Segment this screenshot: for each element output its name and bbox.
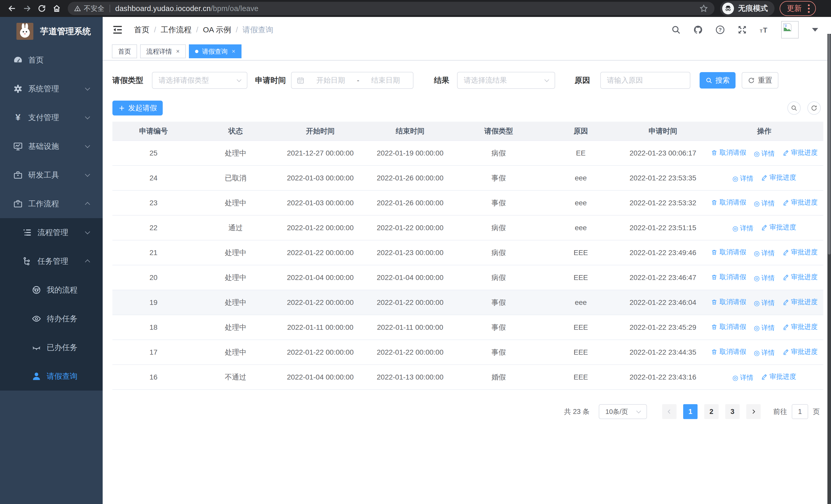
cell-actions: 取消请假 ◎ 详情 审批进度: [705, 290, 823, 315]
sidebar-item-workflow[interactable]: 工作流程: [0, 189, 103, 218]
prev-page-button[interactable]: [662, 404, 677, 419]
bookmark-star-icon[interactable]: [699, 4, 708, 13]
reload-button[interactable]: [34, 1, 49, 16]
sidebar-item-system[interactable]: 系统管理: [0, 75, 103, 103]
page-size-select[interactable]: 10条/页: [599, 404, 647, 419]
refresh-icon: [748, 77, 755, 84]
approval-progress-link[interactable]: 审批进度: [761, 173, 796, 182]
breadcrumb-item[interactable]: OA 示例: [203, 25, 231, 35]
cell-status: 处理中: [195, 340, 277, 365]
forward-button[interactable]: [20, 1, 34, 16]
create-leave-button[interactable]: 发起请假: [112, 100, 163, 116]
next-page-button[interactable]: [746, 404, 761, 419]
help-icon[interactable]: ?: [715, 25, 725, 35]
table-row: 19 处理中 2022-01-22 00:00:00 2022-01-22 00…: [112, 290, 823, 315]
search-icon: [706, 77, 712, 84]
page-button[interactable]: 2: [704, 404, 719, 419]
avatar[interactable]: [781, 21, 799, 38]
approval-progress-link[interactable]: 审批进度: [782, 248, 818, 257]
sidebar-item-task-mgmt[interactable]: 任务管理: [0, 247, 103, 276]
detail-link[interactable]: ◎ 详情: [754, 149, 775, 158]
tab-home[interactable]: 首页: [112, 45, 137, 58]
tree-icon: [22, 256, 33, 267]
detail-link[interactable]: ◎ 详情: [754, 273, 775, 283]
sidebar-item-leave-query[interactable]: 请假查询: [0, 362, 103, 391]
broken-image-icon: [783, 23, 792, 32]
cell-start-time: 2022-01-22 00:00:00: [277, 290, 364, 315]
reason-input[interactable]: 请输入原因: [600, 72, 690, 89]
cancel-leave-link[interactable]: 取消请假: [711, 347, 746, 356]
breadcrumb-item[interactable]: 首页: [134, 25, 149, 35]
sidebar-item-payment[interactable]: ¥ 支付管理: [0, 103, 103, 132]
page-button[interactable]: 3: [725, 404, 740, 419]
approval-progress-link[interactable]: 审批进度: [782, 322, 818, 331]
sidebar-item-home[interactable]: 首页: [0, 46, 103, 75]
cancel-leave-link[interactable]: 取消请假: [711, 297, 746, 306]
logo-image: [17, 23, 33, 40]
cancel-leave-link[interactable]: 取消请假: [711, 322, 746, 331]
window-scrollbar[interactable]: [827, 34, 831, 504]
sidebar-item-devtools[interactable]: 研发工具: [0, 161, 103, 189]
fullscreen-icon[interactable]: [737, 25, 747, 35]
sidebar-item-process-mgmt[interactable]: 流程管理: [0, 218, 103, 247]
detail-link[interactable]: ◎ 详情: [754, 323, 775, 332]
cancel-leave-link[interactable]: 取消请假: [711, 148, 746, 157]
close-icon[interactable]: ×: [176, 48, 180, 55]
reset-button[interactable]: 重置: [742, 72, 778, 89]
tab-leave-query[interactable]: 请假查询 ×: [189, 45, 241, 58]
tab-process-detail[interactable]: 流程详情 ×: [140, 45, 186, 58]
font-size-icon[interactable]: TT: [759, 25, 769, 35]
detail-link[interactable]: ◎ 详情: [733, 224, 753, 233]
detail-link[interactable]: ◎ 详情: [733, 373, 753, 382]
cancel-leave-link[interactable]: 取消请假: [711, 198, 746, 207]
approval-progress-link[interactable]: 审批进度: [782, 297, 818, 306]
cell-actions: 取消请假 ◎ 详情 审批进度: [705, 315, 823, 340]
cancel-leave-link[interactable]: 取消请假: [711, 272, 746, 281]
cell-reason: EE: [541, 141, 621, 166]
scrollbar-thumb[interactable]: [828, 34, 830, 255]
app-logo-row[interactable]: 芋道管理系统: [0, 17, 103, 46]
home-button[interactable]: [49, 1, 64, 16]
page-button[interactable]: 1: [683, 404, 697, 419]
sidebar: 芋道管理系统 首页 系统管理 ¥ 支付管理 基础设施: [0, 17, 103, 504]
avatar-caret-icon[interactable]: [812, 28, 818, 32]
update-button[interactable]: 更新: [780, 1, 816, 16]
approval-progress-link[interactable]: 审批进度: [782, 148, 818, 157]
result-select[interactable]: 请选择流结果: [457, 72, 555, 89]
cancel-leave-link[interactable]: 取消请假: [711, 248, 746, 257]
approval-progress-link[interactable]: 审批进度: [782, 198, 818, 207]
sidebar-item-infra[interactable]: 基础设施: [0, 132, 103, 161]
github-icon[interactable]: [693, 25, 703, 35]
detail-link[interactable]: ◎ 详情: [754, 249, 775, 258]
browser-menu-icon[interactable]: [806, 3, 811, 14]
sidebar-fold-icon[interactable]: [112, 24, 123, 35]
breadcrumb-item[interactable]: 工作流程: [161, 25, 192, 35]
cell-end-time: 2022-01-22 00:00:00: [364, 290, 456, 315]
hide-search-button[interactable]: [787, 101, 801, 115]
detail-link[interactable]: ◎ 详情: [754, 348, 775, 357]
refresh-table-button[interactable]: [807, 101, 821, 115]
detail-link[interactable]: ◎ 详情: [754, 298, 775, 307]
close-icon[interactable]: ×: [232, 48, 235, 55]
approval-progress-link[interactable]: 审批进度: [761, 372, 796, 381]
address-bar[interactable]: 不安全 dashboard.yudao.iocoder.cn/bpm/oa/le…: [68, 2, 715, 15]
detail-link[interactable]: ◎ 详情: [733, 174, 753, 183]
table-row: 24 已取消 2022-01-03 00:00:00 2022-01-26 00…: [112, 166, 823, 190]
goto-unit: 页: [813, 407, 820, 416]
sidebar-item-my-process[interactable]: 我的流程: [0, 276, 103, 304]
approval-progress-link[interactable]: 审批进度: [782, 272, 818, 281]
search-icon[interactable]: [671, 25, 681, 35]
detail-link[interactable]: ◎ 详情: [754, 199, 775, 208]
search-button[interactable]: 搜索: [699, 72, 736, 89]
leave-type-select[interactable]: 请选择请假类型: [152, 72, 248, 89]
sidebar-item-done-tasks[interactable]: 已办任务: [0, 333, 103, 362]
pen-icon: [782, 299, 789, 305]
apply-time-range-picker[interactable]: 开始日期 - 结束日期: [291, 72, 413, 89]
security-chip[interactable]: 不安全: [74, 4, 105, 13]
goto-page-input[interactable]: [792, 404, 808, 419]
sidebar-item-todo-tasks[interactable]: 待办任务: [0, 304, 103, 333]
approval-progress-link[interactable]: 审批进度: [761, 223, 796, 232]
back-button[interactable]: [5, 1, 20, 16]
sidebar-item-label: 流程管理: [37, 227, 68, 238]
approval-progress-link[interactable]: 审批进度: [782, 347, 818, 356]
